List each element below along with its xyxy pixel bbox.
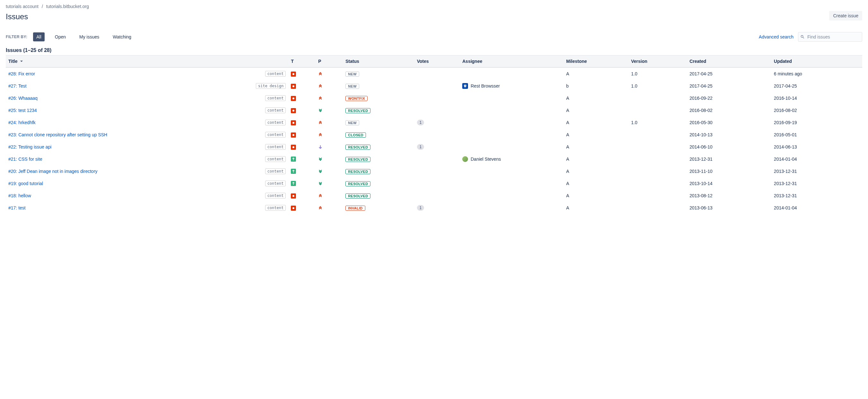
breadcrumb-repo[interactable]: tutorials.bitbucket.org	[46, 4, 89, 9]
updated-cell: 6 minutes ago	[771, 67, 862, 80]
priority-trivial-icon	[318, 108, 340, 112]
breadcrumb: tutorials account / tutorials.bitbucket.…	[6, 4, 862, 9]
filter-tab-my-issues[interactable]: My issues	[76, 32, 102, 41]
priority-major-icon	[318, 96, 340, 100]
component-tag[interactable]: site design	[256, 83, 286, 89]
status-badge: RESOLVED	[345, 145, 370, 150]
component-tag[interactable]: content	[265, 95, 286, 101]
assignee-name: Daniel Stevens	[471, 157, 501, 162]
assignee-name: Rest Browsser	[471, 84, 500, 89]
status-badge: NEW	[345, 84, 359, 89]
table-row: #26: WhaaaaqcontentWONTFIXA2016-09-22201…	[6, 92, 862, 104]
bug-icon	[291, 132, 296, 138]
table-row: #27: Testsite designNEWRest Browsserb1.0…	[6, 80, 862, 92]
issue-link[interactable]: #28: Fix error	[8, 71, 35, 76]
search-input[interactable]	[798, 32, 862, 42]
column-header-title[interactable]: Title	[6, 56, 288, 68]
status-badge: RESOLVED	[345, 108, 370, 113]
column-header-milestone[interactable]: Milestone	[564, 56, 628, 68]
priority-trivial-icon	[318, 169, 340, 173]
updated-cell: 2017-04-25	[771, 80, 862, 92]
milestone-cell: A	[564, 165, 628, 177]
status-badge: RESOLVED	[345, 157, 370, 162]
component-tag[interactable]: content	[265, 132, 286, 138]
issue-link[interactable]: #22: Testing issue api	[8, 144, 51, 149]
table-row: #23: Cannot clone repository after setti…	[6, 129, 862, 141]
version-cell	[628, 202, 687, 214]
column-header-assignee[interactable]: Assignee	[460, 56, 564, 68]
column-header-created[interactable]: Created	[687, 56, 771, 68]
issue-link[interactable]: #21: CSS for site	[8, 157, 42, 162]
table-row: #22: Testing issue apicontentRESOLVED1A2…	[6, 141, 862, 153]
milestone-cell: A	[564, 67, 628, 80]
updated-cell: 2014-01-04	[771, 153, 862, 165]
table-row: #18: hellowcontentRESOLVEDA2013-08-12201…	[6, 190, 862, 202]
milestone-cell: A	[564, 190, 628, 202]
issue-link[interactable]: #24: hrkedhfk	[8, 120, 36, 125]
priority-trivial-icon	[318, 157, 340, 161]
component-tag[interactable]: content	[265, 144, 286, 150]
breadcrumb-account[interactable]: tutorials account	[6, 4, 38, 9]
issue-link[interactable]: #27: Test	[8, 84, 27, 89]
table-row: #24: hrkedhfkcontentNEW1A1.02016-05-3020…	[6, 117, 862, 129]
component-tag[interactable]: content	[265, 71, 286, 77]
filter-tab-open[interactable]: Open	[52, 32, 69, 41]
issue-link[interactable]: #17: test	[8, 205, 26, 210]
table-row: #17: testcontentINVALID1A2013-06-132014-…	[6, 202, 862, 214]
column-header-updated[interactable]: Updated	[771, 56, 862, 68]
issue-link[interactable]: #18: hellow	[8, 193, 31, 198]
filter-tab-watching[interactable]: Watching	[110, 32, 134, 41]
table-row: #20: Jeff Dean image not in images direc…	[6, 165, 862, 177]
issue-link[interactable]: #19: good tutorial	[8, 181, 43, 186]
version-cell	[628, 129, 687, 141]
version-cell: 1.0	[628, 117, 687, 129]
column-header-priority[interactable]: P	[315, 56, 343, 68]
created-cell: 2013-12-31	[687, 153, 771, 165]
improvement-icon	[291, 181, 296, 186]
updated-cell: 2013-12-31	[771, 177, 862, 190]
updated-cell: 2016-05-01	[771, 129, 862, 141]
component-tag[interactable]: content	[265, 180, 286, 186]
milestone-cell: A	[564, 153, 628, 165]
component-tag[interactable]: content	[265, 193, 286, 199]
avatar	[462, 83, 468, 89]
milestone-cell: A	[564, 129, 628, 141]
priority-major-icon	[318, 132, 340, 137]
milestone-cell: A	[564, 141, 628, 153]
updated-cell: 2013-12-31	[771, 165, 862, 177]
issues-table: Title T P Status Votes Assignee Mileston…	[6, 55, 862, 214]
search-icon	[800, 35, 805, 39]
milestone-cell: A	[564, 104, 628, 117]
updated-cell: 2013-12-31	[771, 190, 862, 202]
column-header-status[interactable]: Status	[343, 56, 414, 68]
component-tag[interactable]: content	[265, 107, 286, 113]
status-badge: INVALID	[345, 206, 365, 211]
status-badge: NEW	[345, 120, 359, 125]
issue-link[interactable]: #26: Whaaaaq	[8, 96, 37, 101]
table-row: #25: test 1234contentRESOLVEDA2016-08-02…	[6, 104, 862, 117]
column-header-type[interactable]: T	[288, 56, 315, 68]
create-issue-button[interactable]: Create issue	[829, 11, 862, 21]
component-tag[interactable]: content	[265, 156, 286, 162]
filter-tab-all[interactable]: All	[33, 32, 44, 41]
column-header-version[interactable]: Version	[628, 56, 687, 68]
vote-count: 1	[417, 120, 424, 125]
component-tag[interactable]: content	[265, 205, 286, 211]
advanced-search-link[interactable]: Advanced search	[759, 34, 794, 39]
improvement-icon	[291, 157, 296, 162]
search-box	[798, 32, 862, 42]
issue-link[interactable]: #20: Jeff Dean image not in images direc…	[8, 169, 98, 174]
updated-cell: 2014-01-04	[771, 202, 862, 214]
updated-cell: 2016-09-19	[771, 117, 862, 129]
created-cell: 2013-11-10	[687, 165, 771, 177]
issue-link[interactable]: #25: test 1234	[8, 108, 37, 113]
version-cell	[628, 177, 687, 190]
version-cell: 1.0	[628, 80, 687, 92]
column-header-votes[interactable]: Votes	[414, 56, 460, 68]
status-badge: WONTFIX	[345, 96, 368, 101]
created-cell: 2014-06-10	[687, 141, 771, 153]
filter-bar: FILTER BY: AllOpenMy issuesWatching Adva…	[6, 32, 862, 42]
component-tag[interactable]: content	[265, 168, 286, 174]
component-tag[interactable]: content	[265, 120, 286, 125]
issue-link[interactable]: #23: Cannot clone repository after setti…	[8, 132, 107, 137]
